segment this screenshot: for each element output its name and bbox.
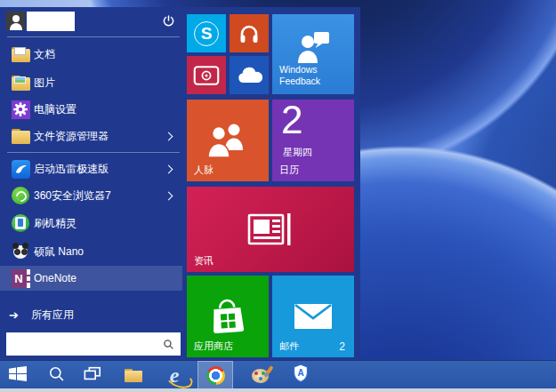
sidebar-item-label: 硕鼠 Nano bbox=[34, 239, 84, 264]
taskbar-paint-button[interactable] bbox=[243, 361, 278, 389]
calendar-weekday: 星期四 bbox=[283, 146, 312, 159]
windows-logo-icon bbox=[9, 366, 27, 385]
svg-text:A: A bbox=[297, 368, 303, 378]
arrow-right-icon: ➔ bbox=[9, 308, 19, 322]
sidebar-item-pictures[interactable]: 图片 bbox=[0, 70, 182, 95]
tile-windows-feedback[interactable]: Windows Feedback bbox=[272, 14, 354, 94]
tile-skype[interactable]: S bbox=[187, 14, 226, 52]
sidebar-item-label: 文档 bbox=[34, 42, 55, 67]
taskbar-search-button[interactable] bbox=[38, 361, 74, 389]
sidebar-item-xunlei[interactable]: 启动迅雷极速版 bbox=[0, 156, 182, 181]
start-menu: 文档 图片 bbox=[0, 7, 360, 360]
cloud-icon bbox=[230, 56, 269, 94]
taskbar-ie-button[interactable]: e bbox=[157, 361, 192, 389]
task-view-button[interactable] bbox=[75, 361, 110, 389]
360-browser-icon bbox=[11, 186, 30, 205]
sidebar-item-label: 图片 bbox=[34, 70, 55, 95]
sidebar-item-360-browser[interactable]: 360安全浏览器7 bbox=[0, 183, 182, 208]
taskbar-chrome-button[interactable] bbox=[197, 361, 233, 389]
all-apps-label: 所有应用 bbox=[31, 308, 74, 323]
start-button[interactable] bbox=[0, 361, 36, 389]
search-input[interactable] bbox=[6, 338, 163, 350]
internet-explorer-icon: e bbox=[170, 365, 180, 385]
skype-icon: S bbox=[194, 21, 219, 46]
sidebar-item-label: 刷机精灵 bbox=[34, 211, 77, 236]
tile-label: Windows Feedback bbox=[279, 64, 334, 88]
screen-bottom-strip bbox=[0, 388, 556, 392]
taskbar-file-explorer-button[interactable] bbox=[116, 361, 151, 389]
pictures-folder-icon bbox=[11, 73, 30, 92]
tile-store[interactable]: 应用商店 bbox=[187, 276, 269, 357]
tile-news[interactable]: 资讯 bbox=[187, 187, 354, 272]
task-view-icon bbox=[84, 366, 101, 385]
sidebar-item-documents[interactable]: 文档 bbox=[0, 42, 182, 67]
divider bbox=[7, 36, 180, 37]
flash-genie-icon bbox=[11, 213, 30, 233]
chevron-right-icon bbox=[165, 192, 173, 201]
tile-label: 人脉 bbox=[194, 164, 214, 177]
xunlei-bird-icon bbox=[11, 159, 30, 179]
folder-icon bbox=[125, 369, 142, 382]
documents-folder-icon bbox=[11, 44, 30, 64]
tile-music[interactable] bbox=[230, 14, 269, 52]
power-icon bbox=[162, 14, 175, 31]
sidebar-item-file-explorer[interactable]: 文件资源管理器 bbox=[0, 124, 182, 148]
power-button[interactable] bbox=[161, 15, 176, 30]
sidebar-item-pc-settings[interactable]: 电脑设置 bbox=[0, 97, 182, 122]
sidebar-item-label: 电脑设置 bbox=[34, 97, 77, 122]
paint-palette-icon bbox=[252, 366, 270, 385]
search-icon bbox=[163, 339, 174, 350]
tile-mail[interactable]: 邮件 2 bbox=[272, 276, 354, 357]
taskbar-security-button[interactable]: A bbox=[283, 361, 318, 389]
search-icon bbox=[48, 365, 65, 386]
sidebar-item-label: 启动迅雷极速版 bbox=[34, 156, 109, 181]
tile-label: 应用商店 bbox=[194, 340, 233, 353]
tile-label: 资讯 bbox=[194, 254, 214, 268]
settings-gear-icon bbox=[11, 100, 30, 119]
taskbar: e A bbox=[0, 360, 556, 388]
desktop: 文档 图片 bbox=[0, 0, 556, 392]
sidebar-item-label: 360安全浏览器7 bbox=[34, 183, 111, 208]
headphones-icon bbox=[230, 14, 269, 52]
user-name-redacted bbox=[27, 12, 75, 31]
all-apps-button[interactable]: ➔ 所有应用 bbox=[0, 305, 182, 324]
tile-onedrive[interactable] bbox=[230, 56, 269, 94]
tile-video[interactable] bbox=[187, 56, 226, 94]
tile-label: 日历 bbox=[279, 164, 299, 177]
sidebar-item-label: 文件资源管理器 bbox=[34, 124, 109, 148]
onenote-icon: N bbox=[11, 268, 30, 288]
calendar-day: 2 bbox=[281, 100, 302, 142]
user-avatar[interactable] bbox=[6, 12, 25, 30]
screen-record-icon bbox=[187, 56, 226, 94]
sidebar-item-label: OneNote bbox=[34, 266, 77, 291]
chevron-right-icon bbox=[165, 165, 173, 174]
divider bbox=[7, 152, 180, 153]
mail-unread-badge: 2 bbox=[339, 340, 345, 353]
sidebar-item-onenote[interactable]: N OneNote bbox=[0, 266, 182, 291]
chevron-right-icon bbox=[165, 132, 173, 141]
shuoshu-mouse-icon bbox=[11, 242, 30, 261]
tile-label: 邮件 bbox=[279, 340, 299, 353]
tile-calendar[interactable]: 2 星期四 日历 bbox=[272, 100, 354, 181]
security-shield-icon: A bbox=[292, 364, 310, 387]
sidebar-item-shuaji-genie[interactable]: 刷机精灵 bbox=[0, 211, 182, 236]
tile-people[interactable]: 人脉 bbox=[187, 100, 269, 181]
sidebar-item-shuoshu-nano[interactable]: 硕鼠 Nano bbox=[0, 239, 182, 264]
chrome-icon bbox=[206, 366, 225, 385]
search-box[interactable] bbox=[6, 332, 181, 356]
file-explorer-icon bbox=[11, 126, 30, 146]
